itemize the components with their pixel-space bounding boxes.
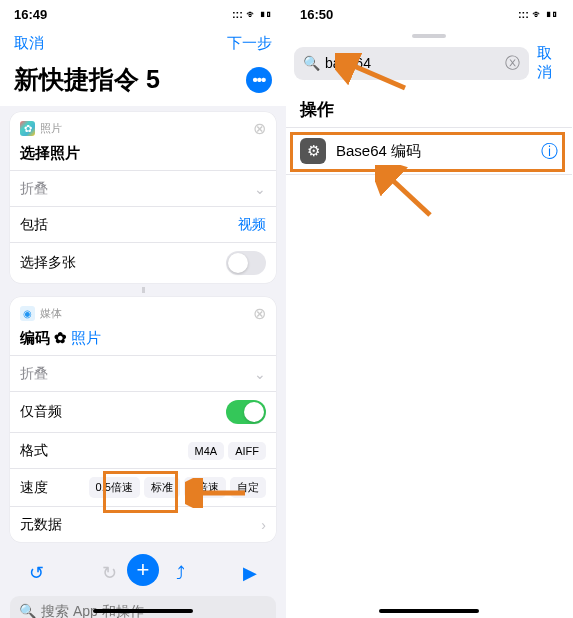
collapse-row[interactable]: 折叠 ⌄ (10, 170, 276, 206)
speed-row: 速度 0.5倍速 标准 2倍速 自定 (10, 468, 276, 506)
close-icon[interactable]: ⊗ (253, 304, 266, 323)
metadata-row[interactable]: 元数据 › (10, 506, 276, 542)
row-label: 速度 (20, 479, 48, 497)
row-label: 选择多张 (20, 254, 76, 272)
toggle-on[interactable] (226, 400, 266, 424)
next-button[interactable]: 下一步 (227, 34, 272, 53)
sheet-search-row: 🔍 ⓧ 取消 (286, 40, 572, 86)
seg-2x[interactable]: 2倍速 (184, 477, 226, 498)
share-icon[interactable]: ⤴ (176, 563, 185, 584)
more-button[interactable]: ••• (246, 67, 272, 93)
status-icons: ::: ᯤ ▮▯ (232, 8, 272, 20)
card-app-label: 照片 (40, 121, 248, 136)
result-base64[interactable]: ⚙ Base64 编码 ⓘ (286, 127, 572, 175)
card-header: ◉ 媒体 ⊗ (10, 297, 276, 326)
seg-m4a[interactable]: M4A (188, 442, 225, 460)
toggle-off[interactable] (226, 251, 266, 275)
left-phone: 16:49 ::: ᯤ ▮▯ 取消 下一步 新快捷指令 5 ••• ✿ 照片 ⊗… (0, 0, 286, 618)
collapse-row[interactable]: 折叠 ⌄ (10, 355, 276, 391)
sheet-handle[interactable] (412, 34, 446, 38)
speed-options: 0.5倍速 标准 2倍速 自定 (89, 477, 266, 498)
photos-app-icon: ✿ (20, 121, 35, 136)
row-label: 仅音频 (20, 403, 62, 421)
home-indicator (379, 609, 479, 613)
page-title: 新快捷指令 5 (14, 63, 160, 96)
media-app-icon: ◉ (20, 306, 35, 321)
seg-custom[interactable]: 自定 (230, 477, 266, 498)
action-card-photos: ✿ 照片 ⊗ 选择照片 折叠 ⌄ 包括 视频 选择多张 (10, 112, 276, 283)
card-title: 编码 ✿ 照片 (10, 326, 276, 355)
row-value[interactable]: 视频 (238, 216, 266, 234)
row-label: 包括 (20, 216, 48, 234)
clear-icon[interactable]: ⓧ (505, 54, 520, 73)
status-time: 16:49 (14, 7, 47, 22)
status-bar: 16:50 ::: ᯤ ▮▯ (286, 0, 572, 28)
search-bar[interactable]: 🔍 (10, 596, 276, 618)
photos-pill-icon: ✿ (54, 329, 71, 346)
play-icon[interactable]: ▶ (243, 562, 257, 584)
status-icons: ::: ᯤ ▮▯ (518, 8, 558, 20)
cancel-button[interactable]: 取消 (14, 34, 44, 53)
chevron-right-icon: › (261, 517, 266, 533)
row-label: 折叠 (20, 180, 48, 198)
redo-icon: ↻ (102, 562, 117, 584)
title-prefix: 编码 (20, 329, 50, 346)
chevron-down-icon: ⌄ (254, 181, 266, 197)
status-bar: 16:49 ::: ᯤ ▮▯ (0, 0, 286, 28)
title-row: 新快捷指令 5 ••• (0, 59, 286, 106)
search-icon: 🔍 (303, 55, 320, 71)
nav-bar: 取消 下一步 (0, 28, 286, 59)
row-label: 格式 (20, 442, 48, 460)
multi-select-row: 选择多张 (10, 242, 276, 283)
bottom-toolbar: ↺ ↻ ⤴ ▶ (0, 554, 286, 592)
search-field[interactable]: 🔍 ⓧ (294, 47, 529, 80)
seg-aiff[interactable]: AIFF (228, 442, 266, 460)
card-header: ✿ 照片 ⊗ (10, 112, 276, 141)
chevron-down-icon: ⌄ (254, 366, 266, 382)
gear-icon: ⚙ (300, 138, 326, 164)
search-input[interactable] (325, 55, 500, 71)
seg-half[interactable]: 0.5倍速 (89, 477, 140, 498)
status-time: 16:50 (300, 7, 333, 22)
row-label: 折叠 (20, 365, 48, 383)
audio-only-row: 仅音频 (10, 391, 276, 432)
cancel-button[interactable]: 取消 (537, 44, 564, 82)
search-icon: 🔍 (19, 603, 36, 618)
right-phone: 16:50 ::: ᯤ ▮▯ 🔍 ⓧ 取消 操作 ⚙ Base64 编码 ⓘ (286, 0, 572, 618)
title-pill[interactable]: 照片 (71, 329, 101, 346)
include-row[interactable]: 包括 视频 (10, 206, 276, 242)
format-row: 格式 M4A AIFF (10, 432, 276, 468)
result-label: Base64 编码 (336, 142, 531, 161)
card-title: 选择照片 (10, 141, 276, 170)
info-icon[interactable]: ⓘ (541, 140, 558, 163)
seg-std[interactable]: 标准 (144, 477, 180, 498)
card-app-label: 媒体 (40, 306, 248, 321)
format-options: M4A AIFF (188, 442, 266, 460)
connector-line (142, 287, 145, 293)
action-card-media: ◉ 媒体 ⊗ 编码 ✿ 照片 折叠 ⌄ 仅音频 格式 M4A AIFF 速度 0… (10, 297, 276, 542)
section-title: 操作 (286, 86, 572, 127)
close-icon[interactable]: ⊗ (253, 119, 266, 138)
row-label: 元数据 (20, 516, 62, 534)
undo-icon[interactable]: ↺ (29, 562, 44, 584)
home-indicator (93, 609, 193, 613)
